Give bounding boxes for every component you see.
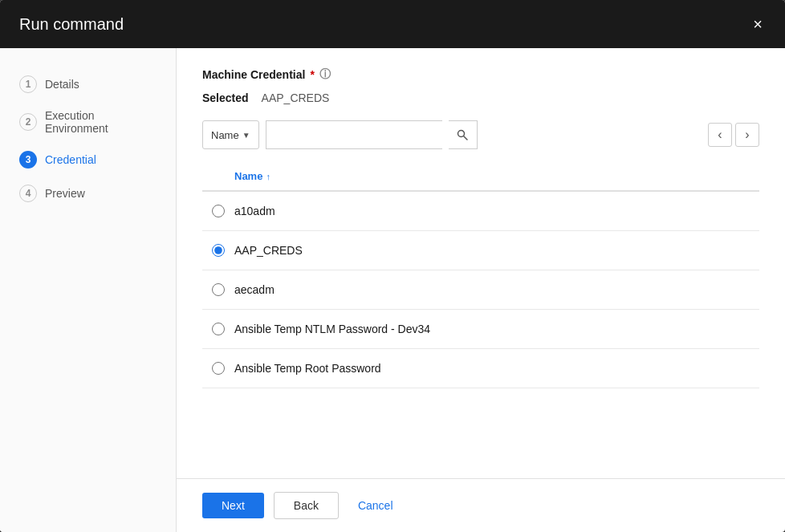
back-button[interactable]: Back bbox=[274, 492, 339, 519]
credential-name: Ansible Temp Root Password bbox=[234, 362, 381, 375]
prev-page-button[interactable]: ‹ bbox=[708, 123, 732, 147]
close-button[interactable]: × bbox=[750, 13, 766, 35]
main-content: Machine Credential * ⓘ Selected AAP_CRED… bbox=[177, 48, 785, 532]
radio-col bbox=[202, 283, 234, 296]
search-input[interactable] bbox=[266, 120, 442, 149]
credential-radio-ansible-root[interactable] bbox=[212, 362, 225, 375]
modal-body: 1Details2Execution Environment3Credentia… bbox=[0, 48, 785, 532]
selected-row: Selected AAP_CREDS bbox=[202, 91, 759, 104]
sidebar-item-label: Execution Environment bbox=[45, 109, 157, 135]
sort-asc-icon: ↑ bbox=[266, 172, 270, 181]
search-button[interactable] bbox=[449, 120, 478, 149]
sidebar: 1Details2Execution Environment3Credentia… bbox=[0, 48, 177, 532]
next-button[interactable]: Next bbox=[202, 493, 264, 518]
content-area: Machine Credential * ⓘ Selected AAP_CRED… bbox=[177, 48, 785, 478]
credential-name: AAP_CREDS bbox=[234, 244, 303, 257]
sidebar-item-label: Preview bbox=[45, 187, 85, 200]
step-number: 2 bbox=[19, 113, 37, 131]
step-number: 1 bbox=[19, 75, 37, 93]
credential-name: Ansible Temp NTLM Password - Dev34 bbox=[234, 323, 430, 335]
table-row: Ansible Temp NTLM Password - Dev34 bbox=[202, 310, 759, 349]
sidebar-item-details[interactable]: 1Details bbox=[0, 67, 176, 101]
selected-label: Selected bbox=[202, 91, 249, 104]
credential-radio-a10adm[interactable] bbox=[212, 205, 225, 217]
search-filter-text: Name bbox=[211, 129, 239, 141]
sidebar-item-label: Credential bbox=[45, 153, 96, 166]
credential-radio-aecadm[interactable] bbox=[212, 283, 225, 296]
radio-col bbox=[202, 244, 234, 257]
modal-footer: Next Back Cancel bbox=[177, 478, 785, 532]
sidebar-item-credential[interactable]: 3Credential bbox=[0, 143, 176, 177]
credential-name: a10adm bbox=[234, 205, 275, 217]
table-row: a10adm bbox=[202, 192, 759, 231]
info-icon[interactable]: ⓘ bbox=[319, 67, 331, 82]
table-row: AAP_CREDS bbox=[202, 231, 759, 270]
sidebar-item-execution-environment[interactable]: 2Execution Environment bbox=[0, 101, 176, 143]
search-filter-dropdown[interactable]: Name ▼ bbox=[202, 120, 259, 149]
field-label-row: Machine Credential * ⓘ bbox=[202, 67, 759, 82]
table-row: Ansible Temp Root Password bbox=[202, 349, 759, 388]
svg-line-1 bbox=[464, 136, 468, 140]
pagination-controls: ‹ › bbox=[708, 123, 759, 147]
modal-header: Run command × bbox=[0, 0, 785, 48]
radio-col bbox=[202, 205, 234, 217]
step-number: 4 bbox=[19, 185, 37, 202]
search-bar: Name ▼ ‹ › bbox=[202, 120, 759, 149]
selected-value: AAP_CREDS bbox=[262, 91, 330, 104]
next-page-button[interactable]: › bbox=[735, 123, 759, 147]
required-star: * bbox=[310, 68, 314, 81]
cancel-button[interactable]: Cancel bbox=[348, 493, 403, 518]
sidebar-item-label: Details bbox=[45, 78, 79, 91]
name-column-header[interactable]: Name ↑ bbox=[202, 170, 270, 182]
credential-radio-aap-creds[interactable] bbox=[212, 244, 225, 257]
step-number: 3 bbox=[19, 151, 37, 169]
field-label-text: Machine Credential bbox=[202, 68, 305, 81]
table-header: Name ↑ bbox=[202, 162, 759, 192]
modal-title: Run command bbox=[19, 15, 124, 34]
credential-name: aecadm bbox=[234, 283, 275, 296]
credential-radio-ansible-ntlm[interactable] bbox=[212, 323, 225, 335]
radio-col bbox=[202, 362, 234, 375]
search-icon bbox=[457, 129, 468, 140]
run-command-modal: Run command × 1Details2Execution Environ… bbox=[0, 0, 785, 532]
radio-col bbox=[202, 323, 234, 335]
chevron-down-icon: ▼ bbox=[242, 131, 250, 140]
table-row: aecadm bbox=[202, 270, 759, 310]
credentials-table: Name ↑ a10adm bbox=[202, 162, 759, 388]
sidebar-item-preview[interactable]: 4Preview bbox=[0, 177, 176, 210]
